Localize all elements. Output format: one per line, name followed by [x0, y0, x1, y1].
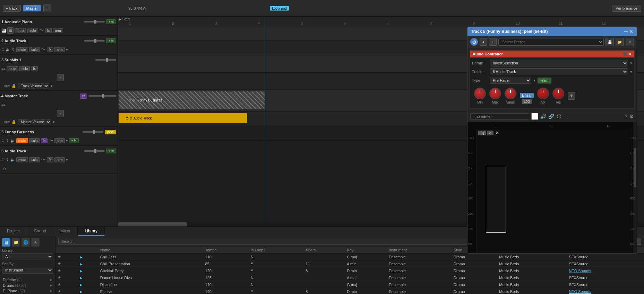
sortby-select[interactable]: Instrument: [2, 267, 53, 274]
link-icon-btn[interactable]: 🔗: [548, 114, 554, 119]
preset-select[interactable]: Select Preset: [498, 38, 604, 46]
track-1-solo[interactable]: solo: [27, 28, 38, 33]
controller-close-button[interactable]: ✕: [628, 52, 632, 56]
collapse-button[interactable]: ▲: [480, 38, 487, 46]
track-3-dropdown-arrow[interactable]: ▾: [51, 84, 53, 88]
speaker-icon-btn[interactable]: 🔊: [540, 114, 546, 119]
track-4-fx-badge[interactable]: fx: [80, 93, 87, 99]
track-1-arm[interactable]: arm: [53, 28, 63, 33]
cell-play[interactable]: ▶: [78, 253, 98, 260]
track-5-arm[interactable]: arm: [54, 138, 65, 143]
settings-icon-btn[interactable]: ⚙: [629, 114, 634, 119]
track-2-wave[interactable]: 〜: [41, 46, 46, 53]
track-2-icon2[interactable]: 🔈: [6, 47, 10, 52]
track-2-fx-add[interactable]: + fx: [106, 38, 116, 43]
track-5-fader[interactable]: [83, 131, 103, 133]
track-4-add[interactable]: +: [57, 110, 64, 117]
track-2-mic[interactable]: 🎙: [11, 47, 15, 52]
track-5-solo[interactable]: solo: [29, 138, 40, 143]
cell-play[interactable]: ▶: [78, 260, 98, 267]
track-2-mute[interactable]: mute: [16, 47, 28, 52]
timeline-scroll-thumb[interactable]: [118, 222, 187, 226]
track-2-fader[interactable]: [84, 40, 105, 42]
track-6-arm[interactable]: arm: [54, 157, 65, 162]
preset-menu-button[interactable]: ▾: [626, 38, 634, 46]
lib-grid-button[interactable]: ▦: [2, 238, 10, 247]
cell-star[interactable]: ★: [55, 267, 78, 274]
menu-icon[interactable]: ☰: [43, 5, 51, 12]
track-6-mute[interactable]: mute: [16, 157, 28, 162]
param-select[interactable]: InvertSelection: [490, 60, 628, 66]
track-5-mute[interactable]: mute: [16, 138, 28, 143]
master-button[interactable]: Master: [23, 5, 42, 11]
panel-close-button[interactable]: ✕: [629, 29, 633, 34]
track-1-fx-add[interactable]: + fx: [106, 19, 116, 24]
track-6-arrow[interactable]: ▾: [66, 158, 68, 162]
track-4-dropdown-arrow[interactable]: ▾: [53, 120, 55, 124]
track-3-solo[interactable]: solo: [19, 66, 30, 71]
knob-max[interactable]: [489, 88, 501, 99]
tab-sound[interactable]: Sound: [27, 227, 53, 236]
track-3-fx[interactable]: fx: [31, 66, 38, 71]
track-6-icon1[interactable]: ⊙: [1, 158, 5, 162]
track-5-icon2[interactable]: 🎙: [6, 139, 9, 143]
track-5-fx-add[interactable]: + fx: [69, 138, 79, 143]
track-2-arm[interactable]: arm: [54, 47, 65, 52]
param-arrow[interactable]: ▾: [630, 61, 632, 65]
cell-play[interactable]: ▶: [78, 267, 98, 274]
track-6-fx[interactable]: fx: [47, 157, 54, 162]
track-6-bottom-icon[interactable]: ⊙: [3, 167, 6, 171]
add-knob-button[interactable]: +: [568, 92, 575, 100]
eq-badge-expand[interactable]: ⤢: [487, 131, 493, 135]
track-2-arrow[interactable]: ▾: [66, 47, 68, 52]
eq-badge-eq[interactable]: EQ: [478, 131, 486, 135]
lib-star-button[interactable]: ★: [31, 238, 40, 247]
knob-rls[interactable]: [552, 88, 564, 99]
cell-star[interactable]: ★: [55, 281, 78, 288]
tree-item-epiano[interactable]: E. Piano (57) ▶: [2, 288, 53, 294]
track-1-wave[interactable]: 〜: [39, 27, 44, 34]
lib-folder-button[interactable]: 📁: [12, 238, 20, 247]
cell-star[interactable]: ★: [55, 253, 78, 260]
performance-button[interactable]: Performance: [612, 5, 641, 12]
tracks-select[interactable]: 6 Audio Track: [490, 68, 628, 75]
tab-mixer[interactable]: Mixer: [53, 227, 78, 236]
track-5-peel[interactable]: peel: [105, 130, 116, 134]
cell-star[interactable]: ★: [55, 288, 78, 294]
track-6-fx-add[interactable]: + fx: [106, 149, 116, 153]
track-4-fader[interactable]: [88, 95, 116, 97]
eq-selection-box[interactable]: [486, 166, 506, 233]
tab-library[interactable]: Library: [78, 227, 105, 236]
lib-globe-button[interactable]: 🌐: [22, 238, 30, 247]
clip-audio-track[interactable]: ⊙ ⊙Audio Track: [119, 113, 247, 123]
log-button[interactable]: Log: [522, 99, 532, 104]
track-2-icon1[interactable]: ⊙: [1, 47, 5, 52]
knob-value[interactable]: [505, 88, 516, 99]
cell-star[interactable]: ★: [55, 260, 78, 267]
track-3-volume-select[interactable]: Track Volume: [18, 83, 49, 89]
minus-icon-btn[interactable]: ―: [563, 114, 568, 119]
track-6-solo[interactable]: solo: [29, 157, 40, 162]
track-5-arrow[interactable]: ▾: [66, 139, 68, 143]
track-6-icon3[interactable]: 🔈: [10, 158, 15, 162]
clip-funny-business[interactable]: ⊙ ⊙Funny Business: [119, 91, 265, 109]
preset-save-button[interactable]: 💾: [606, 38, 614, 46]
controller-scroll[interactable]: [623, 52, 627, 56]
tab-project[interactable]: Project: [0, 227, 27, 236]
track-2-solo[interactable]: solo: [29, 47, 40, 52]
track-1-mute[interactable]: mute: [15, 28, 26, 33]
track-1-fx[interactable]: fx: [45, 28, 52, 33]
track-5-icon1[interactable]: ⊙: [1, 139, 5, 143]
cell-play[interactable]: ▶: [78, 288, 98, 294]
tracks-arrow[interactable]: ▾: [630, 70, 632, 74]
track-1-icon1[interactable]: 🎹: [1, 28, 6, 33]
eq-close-button[interactable]: ✕: [495, 131, 500, 135]
type-arrow[interactable]: ▾: [533, 78, 535, 83]
track-6-fader[interactable]: [84, 150, 105, 152]
track-4-volume-select[interactable]: Master Volume: [18, 119, 51, 125]
learn-button[interactable]: learn: [538, 78, 551, 83]
tree-item-djembe[interactable]: Djembe (2) ▶: [2, 277, 53, 283]
add-effect-button[interactable]: +: [489, 38, 497, 46]
tree-item-drums[interactable]: Drums (1737) ▶: [2, 283, 53, 288]
track-2-fx[interactable]: fx: [47, 47, 54, 52]
